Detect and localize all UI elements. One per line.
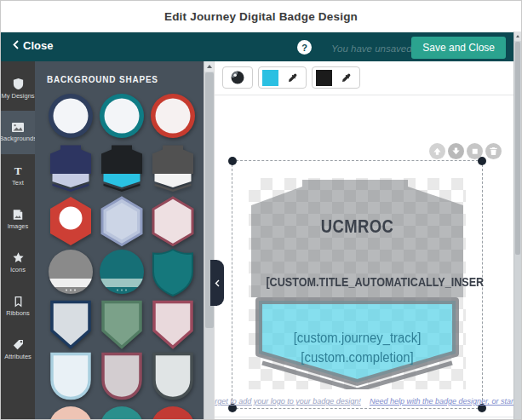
- window-scrollbar[interactable]: [513, 32, 521, 420]
- shape-grid: [35, 92, 204, 420]
- eyedropper-icon: [287, 72, 298, 83]
- sidebar-item-label: Attributes: [4, 354, 32, 360]
- sidebar-item-text[interactable]: TText: [1, 154, 35, 198]
- shape-thumbnail-circle-band[interactable]: [96, 248, 147, 300]
- sidebar-item-ribbons[interactable]: Ribbons: [1, 285, 35, 328]
- title-bar: Edit Journey Digital Badge Design: [1, 1, 521, 32]
- square-icon: [470, 147, 479, 156]
- trash-icon: [489, 147, 498, 156]
- eyedropper-icon: [341, 72, 352, 83]
- duplicate-button[interactable]: [467, 143, 483, 159]
- design-canvas[interactable]: UCMROC [CUSTOM.TITLE_AUTOMATICALLY_INSER…: [214, 61, 515, 420]
- shape-thumbnail-round-shield[interactable]: [45, 352, 96, 404]
- badge-title-text[interactable]: [CUSTOM.TITLE_AUTOMATICALLY_INSER: [249, 274, 466, 289]
- fill-color-group: [258, 66, 307, 89]
- shape-thumbnail-circle-partial[interactable]: [45, 404, 96, 420]
- shape-thumbnail-circle-ring[interactable]: [96, 92, 147, 144]
- chevron-left-icon: [215, 279, 220, 287]
- sidebar-item-label: Images: [8, 223, 29, 230]
- page-title: Edit Journey Digital Badge Design: [164, 10, 358, 23]
- canvas-toolbar: [222, 66, 360, 89]
- shield-icon: [12, 78, 25, 90]
- chevron-left-icon: [13, 39, 19, 52]
- window-scrollbar-thumb[interactable]: [515, 42, 520, 255]
- stroke-eyedropper-button[interactable]: [336, 69, 356, 86]
- scroll-up-arrow-icon[interactable]: [514, 32, 521, 41]
- panel-collapse-tab[interactable]: [210, 260, 224, 306]
- footer-note-text: 't forget to add your logo to your badge…: [214, 397, 361, 406]
- delete-button[interactable]: [485, 143, 502, 159]
- shape-thumbnail-circle-partial[interactable]: [147, 404, 198, 420]
- shape-thumbnail-round-shield[interactable]: [96, 352, 147, 404]
- shape-thumbnail-pennant[interactable]: [147, 300, 198, 352]
- shape-thumbnail-hexagon[interactable]: [147, 196, 198, 248]
- sidebar-item-my-designs[interactable]: My Designs: [1, 67, 35, 111]
- sidebar-item-icons[interactable]: Icons: [1, 241, 35, 285]
- sidebar-item-backgrounds[interactable]: Backgrounds: [1, 111, 35, 154]
- stroke-color-group: [312, 66, 360, 89]
- shape-thumbnail-circle-band[interactable]: [45, 248, 96, 300]
- arrow-down-icon: [451, 147, 461, 156]
- close-button[interactable]: Close: [13, 39, 53, 52]
- badge-artboard: UCMROC [CUSTOM.TITLE_AUTOMATICALLY_INSER…: [249, 178, 466, 389]
- shape-thumbnail-hexagon[interactable]: [96, 196, 147, 248]
- color-wheel-button[interactable]: [222, 66, 253, 89]
- sidebar-item-attributes[interactable]: Attributes: [1, 328, 35, 371]
- shape-thumbnail-tab-badge[interactable]: [96, 144, 147, 196]
- canvas-footer-note: 't forget to add your logo to your badge…: [214, 397, 515, 406]
- svg-text:T: T: [14, 165, 22, 177]
- badge-track-text[interactable]: [custom.journey_track]: [249, 331, 466, 346]
- ribbon-icon: [13, 296, 24, 308]
- fill-eyedropper-button[interactable]: [282, 69, 302, 86]
- panel-title: BACKGROUND SHAPES: [47, 75, 204, 84]
- selection-actions: [429, 143, 502, 159]
- fill-color-swatch[interactable]: [262, 70, 278, 86]
- sidebar-item-label: My Designs: [1, 93, 34, 100]
- shape-thumbnail-shield[interactable]: [147, 248, 198, 300]
- shape-thumbnail-pennant[interactable]: [45, 300, 96, 352]
- footer-help-link[interactable]: Need help with the badge designer, or st…: [370, 397, 515, 406]
- sidebar: My DesignsBackgroundsTTextImagesIconsRib…: [1, 61, 35, 420]
- sidebar-item-label: Ribbons: [6, 310, 30, 317]
- help-icon[interactable]: ?: [297, 40, 312, 55]
- canvas-bottom-divider: [215, 417, 515, 417]
- images-icon: [12, 209, 24, 221]
- shape-thumbnail-tab-badge[interactable]: [45, 144, 96, 196]
- editor-header: Close ? You have unsaved changes Save an…: [1, 32, 521, 61]
- shape-thumbnail-circle-ring[interactable]: [147, 92, 198, 144]
- shape-thumbnail-hexagon-circle[interactable]: [45, 196, 96, 248]
- badge-completion-text[interactable]: [custom.completion]: [249, 350, 466, 365]
- panel-scrollbar[interactable]: [204, 61, 214, 420]
- stroke-color-swatch[interactable]: [316, 70, 332, 86]
- save-and-close-button[interactable]: Save and Close: [411, 37, 506, 59]
- shape-thumbnail-round-shield[interactable]: [147, 352, 198, 404]
- arrow-up-icon: [433, 147, 442, 156]
- selection-handle[interactable]: [228, 157, 237, 165]
- text-icon: T: [12, 165, 24, 177]
- background-shapes-panel: BACKGROUND SHAPES: [35, 61, 204, 420]
- star-icon: [12, 251, 25, 264]
- sidebar-item-label: Backgrounds: [0, 135, 37, 142]
- tag-icon: [12, 338, 25, 351]
- move-up-button[interactable]: [429, 143, 445, 159]
- move-down-button[interactable]: [448, 143, 464, 159]
- sidebar-item-label: Text: [12, 180, 24, 187]
- color-ball-icon: [230, 70, 245, 85]
- toolbar-divider: [215, 95, 515, 95]
- badge-designer-window: Edit Journey Digital Badge Design Close …: [0, 0, 522, 420]
- badge-issuer-text[interactable]: UCMROC: [249, 216, 466, 238]
- shape-thumbnail-pennant[interactable]: [96, 300, 147, 352]
- shape-thumbnail-tab-badge[interactable]: [147, 144, 198, 196]
- close-label: Close: [23, 39, 53, 52]
- shape-thumbnail-circle-ring[interactable]: [45, 92, 96, 144]
- backgrounds-icon: [11, 122, 25, 133]
- sidebar-item-label: Icons: [10, 267, 26, 273]
- sidebar-item-images[interactable]: Images: [1, 198, 35, 241]
- shape-thumbnail-circle-partial[interactable]: [96, 404, 147, 420]
